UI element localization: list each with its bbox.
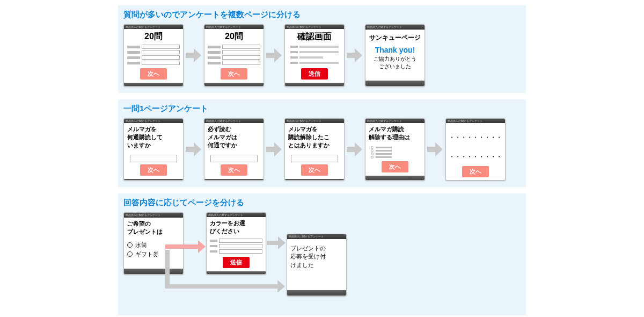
- ellipsis: ・・・・・・・・・: [449, 153, 502, 161]
- question-card: 商品購入に関するアンケート メルマガを購読解除したことはありますか 次へ: [284, 118, 345, 181]
- next-button[interactable]: 次へ: [221, 68, 247, 80]
- card-titlebar: 商品購入に関するアンケート: [285, 25, 344, 29]
- arrow-right-icon: [347, 142, 363, 156]
- thank-you-card: 商品購入に関するアンケート サンキューページ Thank you! ご協力ありが…: [365, 24, 425, 87]
- next-button[interactable]: 次へ: [301, 164, 328, 176]
- question-card: 商品購入に関するアンケート ・・・・・・・・・ ・・・・・・・・・ 次へ: [445, 118, 506, 181]
- thank-note: ご協力ありがとう: [369, 55, 421, 63]
- flow-row: 商品購入に関するアンケート メルマガを何通購読していますか 次へ 商品購入に関す…: [123, 118, 521, 181]
- text-input[interactable]: [291, 155, 338, 162]
- thank-message: Thank you!: [369, 46, 421, 54]
- question-card: 商品購入に関するアンケート メルマガ購読解除する理由は 次へ: [365, 118, 425, 181]
- question-card: 商品購入に関するアンケート 必ず読むメルマガは何通ですか 次へ: [204, 118, 264, 181]
- branch-flow: 商品購入に関するアンケート ご希望のプレゼントは 水筒 ギフト券 商品購入に関す…: [123, 212, 521, 309]
- branch-result-card: 商品購入に関するアンケート プレゼントの応募を受け付けました: [287, 234, 347, 296]
- next-button[interactable]: 次へ: [221, 164, 247, 176]
- flow-row: 商品購入に関するアンケート 20問 次へ 商品購入に関するアンケート 20問: [123, 24, 521, 87]
- next-button[interactable]: 次へ: [140, 68, 167, 80]
- arrow-right-icon: [266, 142, 282, 156]
- section-one-question: 一問1ページアンケート 商品購入に関するアンケート メルマガを何通購読しています…: [118, 99, 526, 187]
- submit-button[interactable]: 送信: [301, 68, 328, 80]
- survey-page-card: 商品購入に関するアンケート 20問 次へ: [123, 24, 184, 87]
- text-input[interactable]: [130, 155, 177, 162]
- arrow-branch-icon: [165, 250, 286, 293]
- question-card: 商品購入に関するアンケート メルマガを何通購読していますか 次へ: [123, 118, 184, 181]
- arrow-right-icon: [427, 142, 443, 156]
- thank-title: サンキューページ: [369, 33, 421, 42]
- card-heading: 20問: [208, 31, 260, 42]
- arrow-right-icon: [186, 48, 202, 62]
- section-multi-page: 質問が多いのでアンケートを複数ページに分ける 商品購入に関するアンケート 20問…: [118, 5, 526, 93]
- thank-note: ございました: [369, 63, 421, 70]
- confirm-page-card: 商品購入に関するアンケート 確認画面 送信: [284, 24, 345, 87]
- next-button[interactable]: 次へ: [462, 166, 489, 177]
- section-branching: 回答内容に応じてページを分ける 商品購入に関するアンケート ご希望のプレゼントは…: [118, 193, 526, 315]
- next-button[interactable]: 次へ: [140, 164, 167, 176]
- next-button[interactable]: 次へ: [382, 161, 408, 172]
- text-input[interactable]: [210, 155, 258, 162]
- arrow-right-icon: [347, 48, 363, 62]
- radio-icon: [127, 251, 133, 257]
- card-titlebar: 商品購入に関するアンケート: [124, 25, 183, 29]
- section-title: 回答内容に応じてページを分ける: [123, 198, 521, 208]
- card-titlebar: 商品購入に関するアンケート: [204, 25, 264, 29]
- section-title: 一問1ページアンケート: [123, 104, 521, 114]
- arrow-right-icon: [267, 236, 286, 250]
- ellipsis: ・・・・・・・・・: [449, 134, 502, 141]
- radio-icon: [127, 242, 133, 248]
- card-heading: 確認画面: [288, 31, 341, 42]
- arrow-right-icon: [266, 48, 282, 62]
- arrow-right-icon: [186, 142, 202, 156]
- survey-page-card: 商品購入に関するアンケート 20問 次へ: [204, 24, 264, 87]
- card-titlebar: 商品購入に関するアンケート: [365, 25, 425, 30]
- card-heading: 20問: [127, 31, 180, 42]
- section-title: 質問が多いのでアンケートを複数ページに分ける: [123, 10, 521, 20]
